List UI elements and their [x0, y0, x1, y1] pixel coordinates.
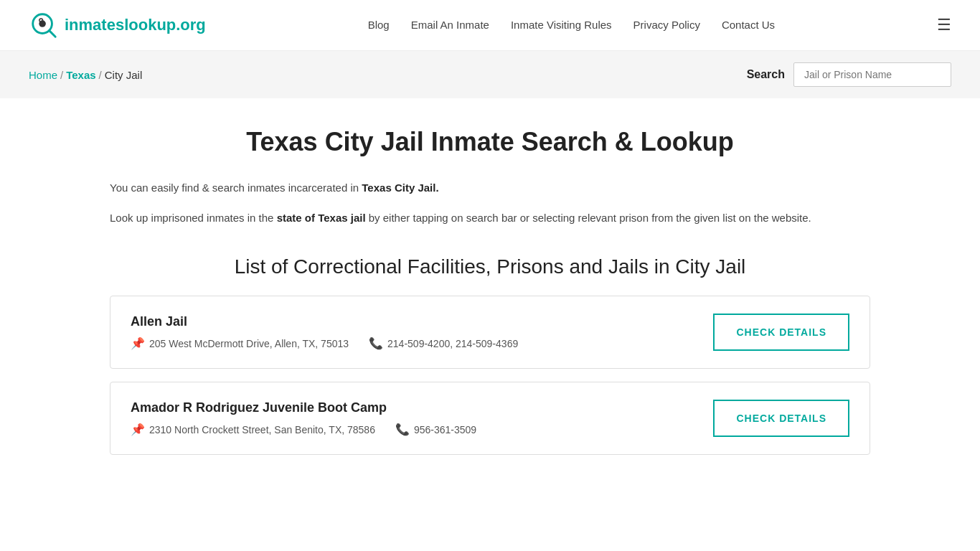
- breadcrumb-home[interactable]: Home: [29, 69, 57, 81]
- address-text-rodriguez: 2310 North Crockett Street, San Benito, …: [149, 424, 375, 435]
- main-content: Texas City Jail Inmate Search & Lookup Y…: [95, 98, 885, 496]
- breadcrumb: Home / Texas / City Jail: [29, 69, 142, 81]
- intro-paragraph-1: You can easily find & search inmates inc…: [110, 179, 870, 197]
- hamburger-icon[interactable]: ☰: [937, 16, 951, 34]
- breadcrumb-sep-2: /: [99, 69, 102, 81]
- nav-links: Blog Email An Inmate Inmate Visiting Rul…: [368, 19, 775, 32]
- search-input[interactable]: [793, 62, 951, 87]
- nav-contact-us[interactable]: Contact Us: [722, 19, 775, 31]
- breadcrumb-bar: Home / Texas / City Jail Search: [0, 51, 980, 98]
- facility-name-rodriguez: Amador R Rodriguez Juvenile Boot Camp: [131, 400, 476, 415]
- facility-card-rodriguez: Amador R Rodriguez Juvenile Boot Camp 📌 …: [110, 382, 870, 455]
- breadcrumb-current: City Jail: [105, 69, 143, 81]
- navbar: inmateslookup.org Blog Email An Inmate I…: [0, 0, 980, 51]
- facility-details-allen: 📌 205 West McDermott Drive, Allen, TX, 7…: [131, 336, 518, 350]
- logo-icon: [29, 10, 59, 40]
- facility-details-rodriguez: 📌 2310 North Crockett Street, San Benito…: [131, 423, 476, 436]
- nav-privacy-policy[interactable]: Privacy Policy: [633, 19, 700, 31]
- facility-name-allen: Allen Jail: [131, 314, 518, 329]
- check-details-button-allen[interactable]: CHECK DETAILS: [713, 314, 849, 351]
- phone-item-allen: 📞 214-509-4200, 214-509-4369: [369, 336, 518, 350]
- search-area: Search: [747, 62, 951, 87]
- nav-email-inmate[interactable]: Email An Inmate: [411, 19, 489, 31]
- logo-text: inmateslookup.org: [65, 16, 206, 34]
- svg-point-3: [39, 19, 43, 22]
- intro-paragraph-2: Look up imprisoned inmates in the state …: [110, 209, 870, 227]
- nav-visiting-rules[interactable]: Inmate Visiting Rules: [511, 19, 612, 31]
- facility-card-allen: Allen Jail 📌 205 West McDermott Drive, A…: [110, 296, 870, 369]
- section-title: List of Correctional Facilities, Prisons…: [110, 255, 870, 278]
- logo-text-highlight: inmates: [65, 16, 124, 34]
- svg-line-2: [50, 31, 56, 37]
- phone-icon-rodriguez: 📞: [395, 423, 410, 436]
- address-item-rodriguez: 📌 2310 North Crockett Street, San Benito…: [131, 423, 375, 436]
- address-item-allen: 📌 205 West McDermott Drive, Allen, TX, 7…: [131, 336, 349, 350]
- address-text-allen: 205 West McDermott Drive, Allen, TX, 750…: [149, 338, 349, 349]
- breadcrumb-sep-1: /: [60, 69, 63, 81]
- phone-icon-allen: 📞: [369, 336, 383, 350]
- phone-item-rodriguez: 📞 956-361-3509: [395, 423, 476, 436]
- phone-text-allen: 214-509-4200, 214-509-4369: [387, 338, 518, 349]
- logo-link[interactable]: inmateslookup.org: [29, 10, 206, 40]
- location-icon-allen: 📌: [131, 336, 145, 350]
- breadcrumb-state[interactable]: Texas: [66, 69, 95, 81]
- page-title: Texas City Jail Inmate Search & Lookup: [110, 127, 870, 157]
- facility-info-rodriguez: Amador R Rodriguez Juvenile Boot Camp 📌 …: [131, 400, 476, 436]
- search-label: Search: [747, 68, 785, 81]
- phone-text-rodriguez: 956-361-3509: [414, 424, 476, 435]
- check-details-button-rodriguez[interactable]: CHECK DETAILS: [713, 400, 849, 437]
- facility-info-allen: Allen Jail 📌 205 West McDermott Drive, A…: [131, 314, 518, 350]
- location-icon-rodriguez: 📌: [131, 423, 145, 436]
- nav-blog[interactable]: Blog: [368, 19, 390, 31]
